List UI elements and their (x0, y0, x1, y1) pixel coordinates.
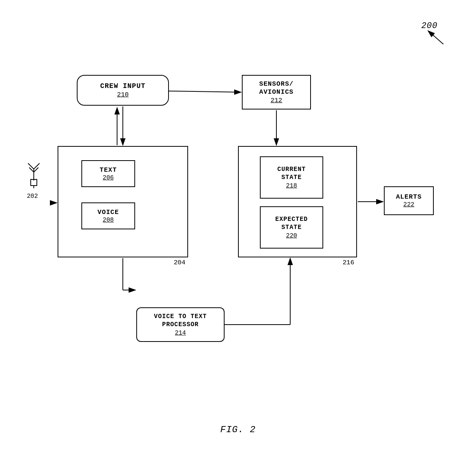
text-sub-box: TEXT 206 (81, 160, 135, 187)
voice-to-text-box: VOICE TO TEXTPROCESSOR 214 (136, 307, 225, 342)
svg-line-10 (169, 91, 241, 92)
ref-200: 200 (421, 21, 438, 31)
crew-input-number: 210 (117, 91, 129, 98)
sensors-avionics-number: 212 (271, 97, 283, 104)
alerts-box: ALERTS 222 (384, 186, 434, 215)
crew-input-label: CREW INPUT (100, 82, 145, 91)
text-number: 206 (103, 174, 114, 181)
crew-input-box: CREW INPUT 210 (77, 75, 169, 106)
box-204-number: 204 (174, 259, 185, 266)
alerts-label: ALERTS (396, 193, 421, 201)
expected-state-box: EXPECTEDSTATE 220 (260, 206, 323, 249)
voice-label: VOICE (98, 209, 119, 216)
voice-to-text-number: 214 (175, 330, 186, 337)
box-204: TEXT 206 VOICE 208 204 (58, 146, 188, 257)
svg-line-2 (34, 163, 40, 169)
svg-line-1 (28, 163, 34, 169)
text-label: TEXT (100, 166, 117, 174)
voice-number: 208 (103, 217, 114, 224)
box-216-number: 216 (342, 259, 354, 266)
diagram-container: 200 CREW INPUT 210 SENSORS/AVIONICS 212 … (0, 0, 476, 456)
box-216: CURRENTSTATE 218 EXPECTEDSTATE 220 216 (238, 146, 357, 257)
expected-state-number: 220 (286, 232, 297, 239)
voice-sub-box: VOICE 208 (81, 202, 135, 229)
svg-line-9 (428, 31, 443, 44)
current-state-label: CURRENTSTATE (277, 166, 306, 182)
figure-caption: FIG. 2 (220, 424, 256, 435)
antenna-number: 202 (27, 193, 38, 200)
alerts-number: 222 (403, 201, 415, 208)
expected-state-label: EXPECTEDSTATE (275, 216, 308, 232)
sensors-avionics-box: SENSORS/AVIONICS 212 (242, 75, 311, 109)
antenna-icon (22, 158, 45, 188)
voice-to-text-label: VOICE TO TEXTPROCESSOR (154, 313, 207, 329)
sensors-avionics-label: SENSORS/AVIONICS (259, 80, 294, 96)
current-state-number: 218 (286, 182, 297, 189)
current-state-box: CURRENTSTATE 218 (260, 156, 323, 199)
